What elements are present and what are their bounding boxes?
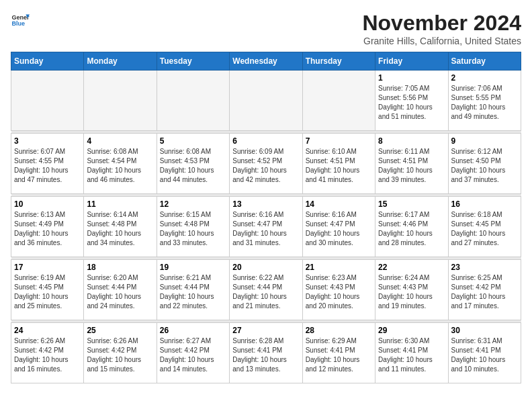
day-number: 19 xyxy=(160,263,226,272)
day-number: 15 xyxy=(378,199,445,209)
weekday-header-wednesday: Wednesday xyxy=(230,52,302,71)
title-block: November 2024 Granite Hills, California,… xyxy=(362,11,521,46)
day-number: 27 xyxy=(232,326,299,335)
day-number: 8 xyxy=(378,136,445,146)
calendar-cell: 24Sunrise: 6:26 AM Sunset: 4:42 PM Dayli… xyxy=(11,323,84,383)
day-info: Sunrise: 6:07 AM Sunset: 4:55 PM Dayligh… xyxy=(14,147,81,185)
day-number: 28 xyxy=(306,326,372,335)
day-number: 13 xyxy=(232,199,299,209)
day-info: Sunrise: 6:22 AM Sunset: 4:44 PM Dayligh… xyxy=(232,273,299,311)
day-info: Sunrise: 7:06 AM Sunset: 5:55 PM Dayligh… xyxy=(451,84,518,122)
month-title: November 2024 xyxy=(362,11,521,36)
day-info: Sunrise: 6:11 AM Sunset: 4:51 PM Dayligh… xyxy=(378,147,445,185)
calendar-week-3: 10Sunrise: 6:13 AM Sunset: 4:49 PM Dayli… xyxy=(11,197,521,257)
day-number: 10 xyxy=(14,199,81,209)
day-info: Sunrise: 6:08 AM Sunset: 4:53 PM Dayligh… xyxy=(160,147,226,185)
calendar-cell: 20Sunrise: 6:22 AM Sunset: 4:44 PM Dayli… xyxy=(230,260,302,320)
calendar-cell: 17Sunrise: 6:19 AM Sunset: 4:45 PM Dayli… xyxy=(11,260,84,320)
day-number: 20 xyxy=(232,263,299,272)
weekday-header-thursday: Thursday xyxy=(302,52,375,71)
day-number: 3 xyxy=(14,136,81,146)
weekday-header-sunday: Sunday xyxy=(11,52,84,71)
day-info: Sunrise: 6:16 AM Sunset: 4:47 PM Dayligh… xyxy=(306,210,372,248)
calendar-cell: 16Sunrise: 6:18 AM Sunset: 4:45 PM Dayli… xyxy=(448,197,521,257)
location: Granite Hills, California, United States xyxy=(362,36,521,46)
day-info: Sunrise: 6:21 AM Sunset: 4:44 PM Dayligh… xyxy=(160,273,226,311)
day-number: 9 xyxy=(451,136,518,146)
weekday-header-tuesday: Tuesday xyxy=(157,52,229,71)
calendar-cell: 29Sunrise: 6:30 AM Sunset: 4:41 PM Dayli… xyxy=(375,323,448,383)
day-number: 21 xyxy=(306,263,372,272)
calendar-cell: 21Sunrise: 6:23 AM Sunset: 4:43 PM Dayli… xyxy=(302,260,375,320)
day-info: Sunrise: 6:23 AM Sunset: 4:43 PM Dayligh… xyxy=(306,273,372,311)
calendar-cell: 18Sunrise: 6:20 AM Sunset: 4:44 PM Dayli… xyxy=(84,260,157,320)
day-info: Sunrise: 6:13 AM Sunset: 4:49 PM Dayligh… xyxy=(14,210,81,248)
day-info: Sunrise: 6:29 AM Sunset: 4:41 PM Dayligh… xyxy=(306,336,372,374)
day-number: 26 xyxy=(160,326,226,335)
calendar-cell: 4Sunrise: 6:08 AM Sunset: 4:54 PM Daylig… xyxy=(84,134,157,194)
calendar-cell: 3Sunrise: 6:07 AM Sunset: 4:55 PM Daylig… xyxy=(11,134,84,194)
calendar-cell xyxy=(157,71,229,131)
weekday-header-monday: Monday xyxy=(84,52,157,71)
day-number: 12 xyxy=(160,199,226,209)
day-number: 2 xyxy=(451,73,518,83)
calendar-cell: 30Sunrise: 6:31 AM Sunset: 4:41 PM Dayli… xyxy=(448,323,521,383)
calendar-week-1: 1Sunrise: 7:05 AM Sunset: 5:56 PM Daylig… xyxy=(11,71,521,131)
calendar-table: SundayMondayTuesdayWednesdayThursdayFrid… xyxy=(11,52,521,383)
day-info: Sunrise: 6:24 AM Sunset: 4:43 PM Dayligh… xyxy=(378,273,445,311)
day-info: Sunrise: 6:14 AM Sunset: 4:48 PM Dayligh… xyxy=(87,210,153,248)
day-info: Sunrise: 6:18 AM Sunset: 4:45 PM Dayligh… xyxy=(451,210,518,248)
calendar-cell: 23Sunrise: 6:25 AM Sunset: 4:42 PM Dayli… xyxy=(448,260,521,320)
day-number: 22 xyxy=(378,263,445,272)
calendar-week-2: 3Sunrise: 6:07 AM Sunset: 4:55 PM Daylig… xyxy=(11,134,521,194)
day-info: Sunrise: 6:10 AM Sunset: 4:51 PM Dayligh… xyxy=(306,147,372,185)
calendar-cell: 7Sunrise: 6:10 AM Sunset: 4:51 PM Daylig… xyxy=(302,134,375,194)
day-info: Sunrise: 6:08 AM Sunset: 4:54 PM Dayligh… xyxy=(87,147,153,185)
calendar-cell: 11Sunrise: 6:14 AM Sunset: 4:48 PM Dayli… xyxy=(84,197,157,257)
day-number: 25 xyxy=(87,326,153,335)
calendar-cell: 22Sunrise: 6:24 AM Sunset: 4:43 PM Dayli… xyxy=(375,260,448,320)
logo: General Blue xyxy=(11,11,30,30)
day-number: 14 xyxy=(306,199,372,209)
calendar-cell: 15Sunrise: 6:17 AM Sunset: 4:46 PM Dayli… xyxy=(375,197,448,257)
calendar-cell: 8Sunrise: 6:11 AM Sunset: 4:51 PM Daylig… xyxy=(375,134,448,194)
calendar-cell: 12Sunrise: 6:15 AM Sunset: 4:48 PM Dayli… xyxy=(157,197,229,257)
day-info: Sunrise: 6:19 AM Sunset: 4:45 PM Dayligh… xyxy=(14,273,81,311)
day-number: 29 xyxy=(378,326,445,335)
day-info: Sunrise: 7:05 AM Sunset: 5:56 PM Dayligh… xyxy=(378,84,445,122)
calendar-cell: 1Sunrise: 7:05 AM Sunset: 5:56 PM Daylig… xyxy=(375,71,448,131)
day-number: 17 xyxy=(14,263,81,272)
day-number: 7 xyxy=(306,136,372,146)
day-number: 11 xyxy=(87,199,153,209)
day-info: Sunrise: 6:15 AM Sunset: 4:48 PM Dayligh… xyxy=(160,210,226,248)
calendar-cell xyxy=(302,71,375,131)
day-info: Sunrise: 6:31 AM Sunset: 4:41 PM Dayligh… xyxy=(451,336,518,374)
calendar-week-5: 24Sunrise: 6:26 AM Sunset: 4:42 PM Dayli… xyxy=(11,323,521,383)
day-info: Sunrise: 6:16 AM Sunset: 4:47 PM Dayligh… xyxy=(232,210,299,248)
day-info: Sunrise: 6:28 AM Sunset: 4:41 PM Dayligh… xyxy=(232,336,299,374)
calendar-cell xyxy=(230,71,302,131)
day-info: Sunrise: 6:27 AM Sunset: 4:42 PM Dayligh… xyxy=(160,336,226,374)
calendar-cell xyxy=(11,71,84,131)
weekday-header-row: SundayMondayTuesdayWednesdayThursdayFrid… xyxy=(11,52,521,71)
calendar-cell: 10Sunrise: 6:13 AM Sunset: 4:49 PM Dayli… xyxy=(11,197,84,257)
day-number: 16 xyxy=(451,199,518,209)
logo-icon: General Blue xyxy=(11,11,30,30)
calendar-cell: 28Sunrise: 6:29 AM Sunset: 4:41 PM Dayli… xyxy=(302,323,375,383)
svg-text:Blue: Blue xyxy=(11,20,25,27)
day-info: Sunrise: 6:20 AM Sunset: 4:44 PM Dayligh… xyxy=(87,273,153,311)
day-info: Sunrise: 6:17 AM Sunset: 4:46 PM Dayligh… xyxy=(378,210,445,248)
day-number: 30 xyxy=(451,326,518,335)
weekday-header-saturday: Saturday xyxy=(448,52,521,71)
calendar-week-4: 17Sunrise: 6:19 AM Sunset: 4:45 PM Dayli… xyxy=(11,260,521,320)
day-info: Sunrise: 6:25 AM Sunset: 4:42 PM Dayligh… xyxy=(451,273,518,311)
calendar-cell: 5Sunrise: 6:08 AM Sunset: 4:53 PM Daylig… xyxy=(157,134,229,194)
calendar-cell: 26Sunrise: 6:27 AM Sunset: 4:42 PM Dayli… xyxy=(157,323,229,383)
day-info: Sunrise: 6:09 AM Sunset: 4:52 PM Dayligh… xyxy=(232,147,299,185)
day-number: 5 xyxy=(160,136,226,146)
calendar-cell: 19Sunrise: 6:21 AM Sunset: 4:44 PM Dayli… xyxy=(157,260,229,320)
day-info: Sunrise: 6:26 AM Sunset: 4:42 PM Dayligh… xyxy=(14,336,81,374)
calendar-cell xyxy=(84,71,157,131)
weekday-header-friday: Friday xyxy=(375,52,448,71)
calendar-cell: 25Sunrise: 6:26 AM Sunset: 4:42 PM Dayli… xyxy=(84,323,157,383)
